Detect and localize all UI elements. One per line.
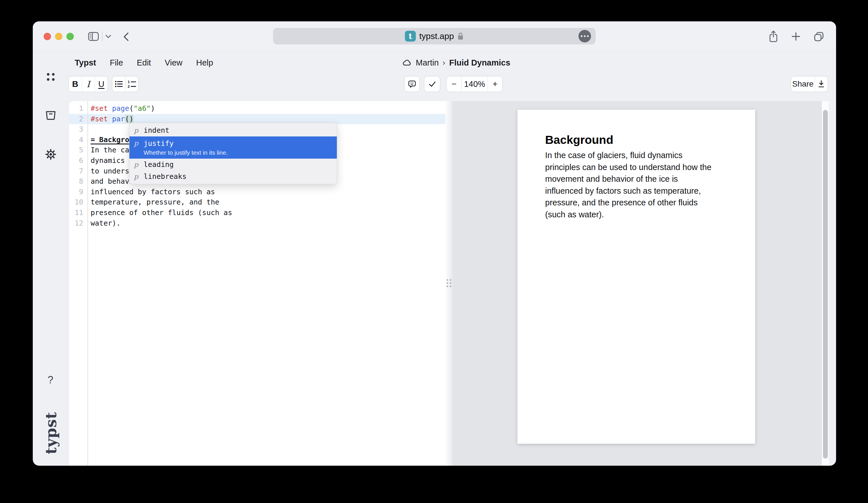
tab-overview-icon[interactable] bbox=[814, 31, 824, 42]
autocomplete-item[interactable]: p leading bbox=[130, 159, 337, 171]
menu-items: Typst File Edit View Help bbox=[75, 51, 213, 74]
line-number: 1 bbox=[69, 103, 87, 114]
zoom-level[interactable]: 140% bbox=[461, 76, 487, 92]
document-paragraph: In the case of glaciers, fluid dynamics … bbox=[545, 149, 739, 221]
cloud-icon bbox=[402, 59, 412, 66]
site-favicon: t bbox=[405, 31, 416, 42]
zoom-out-button[interactable]: − bbox=[446, 76, 461, 92]
share-page-icon[interactable] bbox=[768, 30, 779, 43]
line-number: 3 bbox=[69, 124, 87, 135]
breadcrumb-separator: › bbox=[443, 59, 445, 67]
code-line[interactable]: 9 influenced by factors such as bbox=[69, 187, 445, 197]
svg-text:2: 2 bbox=[128, 84, 130, 88]
line-number: 9 bbox=[69, 187, 87, 197]
line-number: 2 bbox=[69, 114, 87, 125]
line-number: 5 bbox=[69, 145, 87, 156]
autocomplete-item-selected[interactable]: p justify Whether to justify text in its… bbox=[130, 136, 337, 159]
line-number: 4 bbox=[69, 135, 87, 145]
app-menubar: Typst File Edit View Help Martin › Fluid… bbox=[33, 51, 836, 74]
preview-scrollbar-thumb[interactable] bbox=[823, 110, 828, 459]
code-text: #set par() bbox=[87, 114, 134, 125]
parameter-icon: p bbox=[134, 171, 140, 182]
code-line[interactable]: 1 #set page("a6") bbox=[69, 103, 445, 114]
svg-text:1: 1 bbox=[128, 80, 130, 84]
document-page: Background In the case of glaciers, flui… bbox=[517, 110, 755, 444]
code-text: water). bbox=[87, 218, 121, 229]
comment-icon[interactable] bbox=[404, 76, 420, 92]
autocomplete-popup: p indent p justify Whether to justify te… bbox=[129, 123, 337, 184]
parameter-icon: p bbox=[134, 139, 140, 147]
code-text: influenced by factors such as bbox=[87, 187, 215, 197]
document-heading: Background bbox=[545, 133, 613, 147]
zoom-control-group: − 140% + bbox=[446, 76, 503, 92]
list-style-group: 1 2 bbox=[112, 76, 138, 92]
files-box-icon[interactable] bbox=[45, 111, 56, 120]
parameter-icon: p bbox=[134, 159, 140, 171]
line-number: 6 bbox=[69, 156, 87, 166]
gutter-divider bbox=[87, 101, 88, 466]
share-button[interactable]: Share bbox=[791, 76, 815, 92]
url-host: typst.app bbox=[419, 31, 454, 41]
matched-bracket: ( bbox=[125, 115, 129, 123]
line-number: 7 bbox=[69, 166, 87, 177]
autoformat-button-group bbox=[424, 76, 440, 92]
code-line[interactable]: 12 water). bbox=[69, 218, 445, 229]
underline-button[interactable]: U bbox=[95, 76, 108, 92]
autocomplete-item[interactable]: p indent bbox=[130, 125, 337, 136]
comment-button-group bbox=[404, 76, 420, 92]
gear-icon[interactable] bbox=[45, 149, 56, 160]
bulleted-list-button[interactable] bbox=[112, 76, 125, 92]
code-text: temperature, pressure, and the bbox=[87, 197, 219, 208]
help-button[interactable]: ? bbox=[48, 374, 53, 386]
chevron-down-icon[interactable] bbox=[105, 34, 111, 39]
breadcrumb-document-title[interactable]: Fluid Dynamics bbox=[449, 58, 510, 67]
zoom-in-button[interactable]: + bbox=[488, 76, 503, 92]
screenshot-stage: t typst.app bbox=[0, 0, 868, 503]
typst-logo: typst bbox=[39, 410, 63, 456]
back-button-icon[interactable] bbox=[123, 32, 130, 42]
menu-file[interactable]: File bbox=[110, 58, 123, 67]
code-text: presence of other fluids (such as bbox=[87, 208, 232, 218]
drag-handle-icon[interactable] bbox=[446, 279, 451, 287]
pane-resize-divider[interactable] bbox=[445, 101, 453, 466]
line-number: 10 bbox=[69, 197, 87, 208]
new-tab-plus-icon[interactable] bbox=[791, 31, 801, 42]
bold-button[interactable]: B bbox=[69, 76, 82, 92]
share-export-group: Share bbox=[791, 76, 828, 92]
preview-pane[interactable]: Background In the case of glaciers, flui… bbox=[453, 101, 822, 466]
sidebar-toggle-icon[interactable] bbox=[88, 32, 99, 41]
text-style-group: B I U bbox=[69, 76, 108, 92]
autocomplete-item[interactable]: p linebreaks bbox=[130, 171, 337, 182]
italic-button[interactable]: I bbox=[82, 76, 95, 92]
menu-view[interactable]: View bbox=[165, 58, 182, 67]
parameter-icon: p bbox=[134, 125, 140, 136]
menu-edit[interactable]: Edit bbox=[137, 58, 151, 67]
matched-bracket: ) bbox=[129, 115, 133, 123]
page-settings-ellipsis-button[interactable] bbox=[578, 30, 591, 42]
download-icon[interactable] bbox=[815, 76, 828, 92]
browser-titlebar: t typst.app bbox=[33, 21, 836, 51]
code-line[interactable]: 11 presence of other fluids (such as bbox=[69, 208, 445, 218]
autocomplete-description: Whether to justify text in its line. bbox=[144, 149, 337, 156]
close-window-button[interactable] bbox=[44, 33, 51, 40]
browser-window: t typst.app bbox=[33, 21, 836, 466]
numbered-list-button[interactable]: 1 2 bbox=[125, 76, 138, 92]
zoom-window-button[interactable] bbox=[66, 33, 74, 40]
menu-help[interactable]: Help bbox=[196, 58, 213, 67]
address-bar[interactable]: t typst.app bbox=[273, 28, 596, 44]
check-icon[interactable] bbox=[424, 76, 440, 92]
menu-typst[interactable]: Typst bbox=[75, 58, 96, 67]
titlebar-divider bbox=[102, 31, 103, 42]
breadcrumb: Martin › Fluid Dynamics bbox=[402, 51, 510, 74]
breadcrumb-workspace[interactable]: Martin bbox=[416, 58, 439, 67]
line-number: 12 bbox=[69, 218, 87, 229]
code-line[interactable]: 10 temperature, pressure, and the bbox=[69, 197, 445, 208]
apps-grid-icon[interactable] bbox=[45, 72, 56, 82]
lock-icon bbox=[457, 32, 464, 40]
line-number: 11 bbox=[69, 208, 87, 218]
right-margin-strip bbox=[829, 101, 836, 466]
code-text: #set page("a6") bbox=[87, 103, 155, 114]
minimize-window-button[interactable] bbox=[55, 33, 62, 40]
line-number: 8 bbox=[69, 176, 87, 187]
